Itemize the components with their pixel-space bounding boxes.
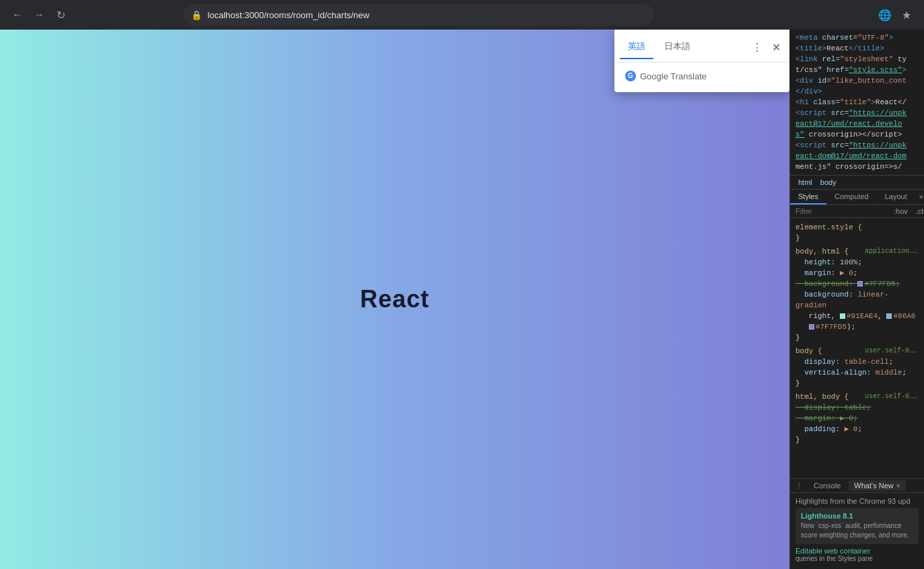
- css-close-brace: }: [795, 436, 800, 444]
- css-rules: element.style { } body, html { applicati…: [790, 218, 924, 478]
- css-property: padding: [795, 425, 835, 433]
- source-line: <meta charset="UTF-8">: [790, 32, 924, 43]
- css-value-continuation: right, #91EAE4, #86A6: [795, 312, 915, 320]
- address-text: localhost:3000/rooms/room_id/charts/new: [207, 10, 646, 20]
- source-line: <div id="like_button_cont: [790, 75, 924, 86]
- highlights-text: Highlights from the Chrome 93 upd: [795, 497, 919, 505]
- devtools-panel: <meta charset="UTF-8"> <title>React</tit…: [789, 30, 924, 569]
- back-button[interactable]: ←: [8, 5, 27, 24]
- styles-filter: :hov .cls: [790, 205, 924, 218]
- page-content: React 英語 日本語 ⋮ ✕ G Google Translate: [0, 30, 789, 569]
- css-value: 100%: [840, 258, 857, 266]
- css-property: background: [795, 291, 849, 299]
- translate-tab-japanese[interactable]: 日本語: [656, 35, 699, 59]
- browser-chrome: ← → ↻ 🔒 localhost:3000/rooms/room_id/cha…: [0, 0, 924, 30]
- styles-tabs: Styles Computed Layout »: [790, 190, 924, 205]
- whats-new-content: Highlights from the Chrome 93 upd Lighth…: [790, 493, 924, 569]
- source-line: ment.js" crossorigin=>s/: [790, 161, 924, 172]
- filter-input[interactable]: [795, 207, 888, 215]
- css-close-brace: }: [795, 334, 800, 342]
- css-rule-body: body { user.self-0…s?b display: table-ce…: [790, 344, 924, 390]
- lighthouse-title[interactable]: Lighthouse 8.1: [801, 512, 913, 520]
- css-property-strikethrough: margin: ▶ 0;: [795, 414, 857, 422]
- editable-title[interactable]: Editable web container: [795, 547, 919, 555]
- address-bar[interactable]: 🔒 localhost:3000/rooms/room_id/charts/ne…: [183, 4, 654, 26]
- css-rule-html-body: html, body { user.self-0…ss7b display: t…: [790, 390, 924, 447]
- translate-close-button[interactable]: ✕: [768, 39, 784, 55]
- breadcrumb-html[interactable]: html: [795, 177, 815, 188]
- css-property: margin: [795, 269, 831, 277]
- source-line: t/css" href="style.scss">: [790, 65, 924, 75]
- editable-item: Editable web container queries in the St…: [795, 547, 919, 562]
- translate-brand-text: Google Translate: [640, 71, 707, 81]
- css-value: table-cell: [845, 358, 889, 366]
- reload-button[interactable]: ↻: [51, 5, 70, 24]
- css-value: middle: [876, 369, 902, 377]
- forward-button[interactable]: →: [30, 5, 48, 24]
- whats-new-tab[interactable]: What's New ×: [849, 480, 905, 491]
- source-line: eact@17/umd/react.develo: [790, 118, 924, 129]
- css-source[interactable]: application…s?b: [865, 246, 919, 257]
- source-line: <link rel="stylesheet" ty: [790, 54, 924, 65]
- color-swatch-1: [840, 313, 845, 319]
- console-dots[interactable]: ⋮: [795, 482, 803, 490]
- color-swatch: [857, 281, 863, 287]
- color-swatch-2: [886, 313, 892, 319]
- css-close-brace: }: [795, 379, 800, 387]
- css-value: ▶ 0: [845, 425, 858, 433]
- whats-new-close[interactable]: ×: [896, 482, 900, 490]
- translate-divider: [614, 62, 789, 63]
- console-tabs: ⋮ Console What's New ×: [790, 479, 924, 493]
- translate-menu-button[interactable]: ⋮: [749, 39, 765, 55]
- devtools-source: <meta charset="UTF-8"> <title>React</tit…: [790, 30, 924, 175]
- source-line: <script src="https://unpk: [790, 140, 924, 151]
- breadcrumb-body[interactable]: body: [818, 177, 839, 188]
- css-selector: body, html {: [795, 248, 849, 256]
- translate-header: 英語 日本語 ⋮ ✕: [614, 30, 789, 59]
- css-property-strikethrough: display: table;: [795, 404, 871, 412]
- devtools-bottom: ⋮ Console What's New × Highlights from t…: [790, 478, 924, 569]
- lock-icon: 🔒: [191, 10, 202, 20]
- browser-actions: 🌐 ★: [876, 5, 916, 24]
- tab-styles[interactable]: Styles: [790, 190, 826, 204]
- editable-desc: queries in the Styles pane: [795, 555, 919, 562]
- source-line: eact-dom@17/umd/react-dom: [790, 151, 924, 161]
- css-value-continuation-2: #7F7FD5);: [795, 323, 855, 331]
- css-source[interactable]: user.self-0…ss7b: [865, 391, 919, 402]
- source-line: <script src="https://unpk: [790, 108, 924, 118]
- translate-brand: G Google Translate: [614, 65, 789, 87]
- devtools-breadcrumb: html body: [790, 175, 924, 190]
- filter-hov[interactable]: :hov: [891, 206, 911, 216]
- translate-header-actions: ⋮ ✕: [749, 39, 784, 55]
- css-rule-element-style: element.style { }: [790, 221, 924, 245]
- page-title: React: [360, 285, 429, 313]
- console-tab[interactable]: Console: [808, 480, 846, 491]
- bookmark-icon[interactable]: ★: [897, 5, 916, 24]
- css-rule-body-html: body, html { application…s?b height: 100…: [790, 245, 924, 344]
- filter-cls[interactable]: .cls: [913, 206, 924, 216]
- source-line: </div>: [790, 86, 924, 97]
- source-line: <title>React</title>: [790, 43, 924, 54]
- css-selector: body {: [795, 347, 822, 355]
- css-property: display: [795, 358, 835, 366]
- tab-computed[interactable]: Computed: [826, 190, 877, 204]
- css-value: ▶ 0: [840, 269, 853, 277]
- css-source[interactable]: user.self-0…s?b: [865, 346, 919, 356]
- css-selector: html, body {: [795, 393, 849, 401]
- nav-buttons: ← → ↻: [8, 5, 70, 24]
- css-property: height: [795, 258, 831, 266]
- css-selector: element.style {: [795, 223, 862, 231]
- translate-tab-english[interactable]: 英語: [620, 35, 653, 59]
- css-property-strikethrough: background: #7F7FD5;: [795, 280, 900, 288]
- color-swatch-3: [809, 324, 814, 330]
- translate-icon[interactable]: 🌐: [876, 5, 894, 24]
- tab-layout[interactable]: Layout: [877, 190, 915, 204]
- whats-new-label: What's New: [854, 482, 893, 490]
- css-close-brace: }: [795, 234, 800, 242]
- tab-more[interactable]: »: [915, 190, 924, 204]
- source-line: s" crossorigin></script>: [790, 129, 924, 140]
- google-logo: G: [625, 71, 636, 81]
- translate-popup: 英語 日本語 ⋮ ✕ G Google Translate: [614, 30, 789, 92]
- source-line: <h1 class="title">React</: [790, 97, 924, 108]
- css-property: vertical-align: [795, 369, 867, 377]
